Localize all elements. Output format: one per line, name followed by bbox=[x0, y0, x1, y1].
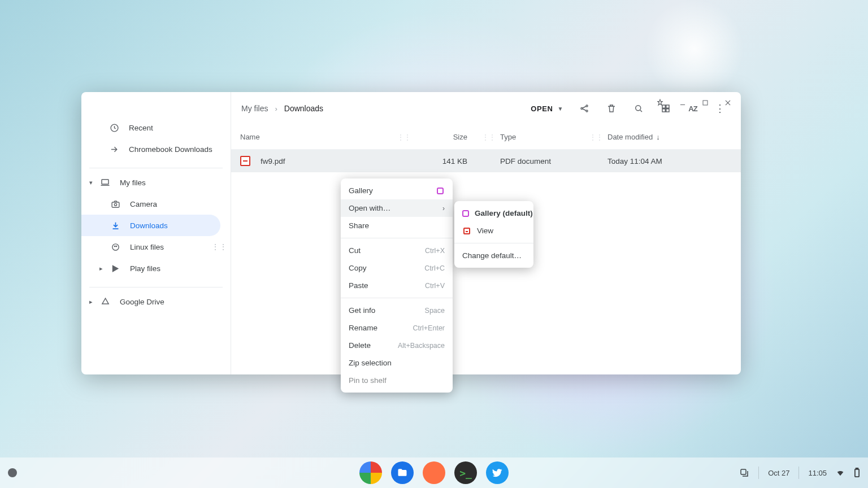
menu-item-label: Gallery bbox=[349, 186, 436, 195]
menu-item-label: Cut bbox=[349, 246, 425, 255]
app-orange[interactable] bbox=[423, 461, 445, 484]
chevron-down-icon: ▾ bbox=[89, 179, 99, 186]
col-name-header[interactable]: Name bbox=[240, 133, 260, 141]
pin-icon[interactable] bbox=[653, 95, 667, 110]
menu-item-accel: Ctrl+V bbox=[425, 282, 445, 290]
menu-item-openwith[interactable]: Open with… › bbox=[341, 199, 453, 217]
download-icon bbox=[110, 220, 121, 231]
col-date-header[interactable]: Date modified bbox=[607, 133, 653, 141]
menu-item-getinfo[interactable]: Get info Space bbox=[341, 302, 453, 319]
open-button-label: OPEN bbox=[531, 104, 553, 113]
table-header: Name ⋮⋮ Size ⋮⋮ Type ⋮⋮ Date modified ↓ bbox=[231, 125, 741, 150]
sidebar-item-shortcut[interactable]: Chromebook Downloads bbox=[81, 138, 220, 160]
sidebar-item-label: Downloads bbox=[130, 221, 168, 230]
clock-icon bbox=[108, 122, 120, 133]
menu-item-pin[interactable]: Pin to shelf bbox=[341, 372, 453, 389]
svg-rect-6 bbox=[112, 202, 119, 207]
menu-item-cut[interactable]: Cut Ctrl+X bbox=[341, 242, 453, 259]
sidebar-item-downloads[interactable]: Downloads bbox=[81, 215, 220, 236]
svg-point-7 bbox=[114, 203, 116, 206]
svg-rect-21 bbox=[856, 468, 858, 469]
menu-separator bbox=[341, 298, 453, 298]
submenu-item-view[interactable]: View bbox=[454, 222, 533, 239]
menu-item-zip[interactable]: Zip selection bbox=[341, 354, 453, 372]
app-twitter[interactable] bbox=[486, 461, 509, 484]
menu-item-accel: Ctrl+X bbox=[425, 247, 445, 255]
column-grip-icon[interactable]: ⋮⋮ bbox=[482, 133, 496, 141]
col-size-header[interactable]: Size bbox=[453, 133, 467, 141]
drag-handle-icon[interactable]: ⋮⋮ bbox=[211, 242, 227, 251]
notifications-icon bbox=[739, 468, 749, 478]
svg-point-14 bbox=[636, 106, 641, 111]
menu-separator bbox=[341, 238, 453, 238]
submenu-item-gallery-default[interactable]: Gallery (default) bbox=[454, 204, 533, 222]
camera-icon bbox=[110, 198, 121, 210]
launcher-button[interactable] bbox=[8, 468, 17, 477]
menu-item-copy[interactable]: Copy Ctrl+C bbox=[341, 259, 453, 277]
shortcut-icon bbox=[108, 143, 120, 155]
app-chrome[interactable] bbox=[359, 461, 382, 484]
delete-button[interactable] bbox=[601, 98, 622, 119]
menu-separator bbox=[454, 243, 533, 243]
column-grip-icon[interactable]: ⋮⋮ bbox=[589, 133, 603, 141]
menu-item-gallery[interactable]: Gallery bbox=[341, 182, 453, 199]
minimize-icon[interactable] bbox=[675, 95, 690, 110]
app-terminal[interactable]: >_ bbox=[454, 461, 477, 484]
shelf-apps: >_ bbox=[359, 461, 509, 484]
window-controls bbox=[653, 95, 735, 110]
laptop-icon bbox=[99, 177, 111, 188]
menu-item-accel: Alt+Backspace bbox=[398, 342, 445, 350]
menu-item-label: Zip selection bbox=[349, 359, 445, 367]
sidebar-item-label: Google Drive bbox=[120, 298, 164, 306]
gallery-icon bbox=[462, 209, 469, 218]
sidebar-item-camera[interactable]: Camera bbox=[81, 193, 220, 215]
context-menu: Gallery Open with… › Share Cut Ctrl+X Co… bbox=[341, 178, 453, 393]
breadcrumb-current: Downloads bbox=[284, 104, 323, 113]
chevron-right-icon: ▸ bbox=[99, 265, 110, 272]
menu-item-paste[interactable]: Paste Ctrl+V bbox=[341, 277, 453, 294]
svg-rect-1 bbox=[703, 101, 708, 105]
menu-item-label: Delete bbox=[349, 341, 398, 350]
open-button[interactable]: OPEN ▼ bbox=[526, 101, 568, 116]
submenu-item-label: Gallery (default) bbox=[475, 209, 533, 217]
menu-item-rename[interactable]: Rename Ctrl+Enter bbox=[341, 319, 453, 337]
menu-item-delete[interactable]: Delete Alt+Backspace bbox=[341, 337, 453, 354]
search-button[interactable] bbox=[628, 98, 649, 119]
file-date: Today 11:04 AM bbox=[607, 157, 662, 165]
chevron-right-icon: › bbox=[442, 204, 445, 212]
trash-icon bbox=[606, 103, 617, 114]
search-icon bbox=[633, 103, 644, 114]
sidebar-item-label: Linux files bbox=[130, 243, 164, 251]
breadcrumb-root[interactable]: My files bbox=[241, 104, 268, 113]
status-tray[interactable]: Oct 27 11:05 bbox=[739, 467, 860, 479]
sidebar-item-label: Recent bbox=[129, 124, 153, 132]
menu-item-label: Get info bbox=[349, 306, 425, 315]
svg-rect-20 bbox=[855, 469, 859, 477]
status-date: Oct 27 bbox=[768, 469, 789, 477]
sidebar-item-label: Chromebook Downloads bbox=[129, 145, 212, 154]
maximize-icon[interactable] bbox=[698, 95, 713, 110]
sidebar-item-linux[interactable]: Linux files bbox=[81, 236, 220, 258]
svg-point-9 bbox=[114, 246, 115, 246]
col-type-header[interactable]: Type bbox=[500, 133, 516, 141]
arrow-down-icon: ↓ bbox=[656, 133, 660, 141]
sidebar-item-drive[interactable]: ▸ Google Drive bbox=[81, 291, 220, 312]
menu-item-accel: Space bbox=[425, 307, 445, 315]
sidebar-item-play[interactable]: ▸ Play files bbox=[81, 258, 220, 279]
sidebar-item-recent[interactable]: Recent bbox=[81, 117, 220, 138]
share-button[interactable] bbox=[574, 98, 595, 119]
column-grip-icon[interactable]: ⋮⋮ bbox=[397, 133, 411, 141]
menu-item-share[interactable]: Share bbox=[341, 217, 453, 234]
close-icon[interactable] bbox=[721, 95, 735, 110]
submenu-item-change-default[interactable]: Change default… bbox=[454, 247, 533, 264]
pdf-icon bbox=[240, 156, 250, 166]
gallery-icon bbox=[436, 186, 445, 195]
menu-item-accel: Ctrl+C bbox=[424, 264, 445, 272]
menu-item-label: Paste bbox=[349, 281, 425, 290]
sidebar-item-myfiles[interactable]: ▾ My files bbox=[81, 172, 220, 193]
app-files[interactable] bbox=[391, 461, 414, 484]
svg-point-10 bbox=[116, 246, 116, 246]
file-row[interactable]: fw9.pdf ⋮⋮ 141 KB ⋮⋮ PDF document ⋮⋮ Tod… bbox=[231, 150, 741, 172]
menu-item-label: Pin to shelf bbox=[349, 376, 445, 385]
sidebar-item-label: My files bbox=[120, 178, 146, 187]
